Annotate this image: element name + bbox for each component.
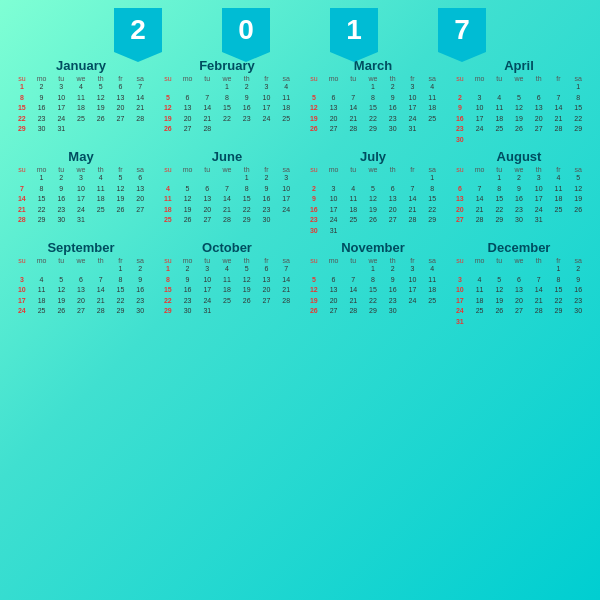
month-block: Februarysumotuwethfrsa...123456789101112… xyxy=(158,58,296,145)
cal-day: 19 xyxy=(304,296,324,307)
cal-day: 27 xyxy=(509,306,529,317)
day-header: fr xyxy=(111,166,131,173)
cal-day: 2 xyxy=(237,82,257,93)
cal-day: 25 xyxy=(470,306,490,317)
cal-day: 3 xyxy=(276,173,296,184)
day-header: we xyxy=(71,166,91,173)
cal-day: 4 xyxy=(276,82,296,93)
day-header: mo xyxy=(32,166,52,173)
day-header: th xyxy=(91,75,111,82)
day-header: tu xyxy=(343,166,363,173)
cal-day: 28 xyxy=(217,215,237,226)
day-header: sa xyxy=(422,257,442,264)
cal-day: 7 xyxy=(403,184,423,195)
cal-day: 20 xyxy=(383,205,403,216)
cal-day: 13 xyxy=(509,285,529,296)
cal-day: 2 xyxy=(568,264,588,275)
cal-day: 9 xyxy=(130,275,150,286)
cal-day: 26 xyxy=(178,215,198,226)
cal-day-empty: . xyxy=(324,264,344,275)
cal-day: 30 xyxy=(130,306,150,317)
cal-day: 29 xyxy=(32,215,52,226)
cal-day: 19 xyxy=(568,194,588,205)
cal-day: 9 xyxy=(568,275,588,286)
day-header: th xyxy=(237,75,257,82)
cal-day: 19 xyxy=(363,205,383,216)
day-header: su xyxy=(12,75,32,82)
cal-day: 3 xyxy=(197,264,217,275)
day-header: sa xyxy=(422,75,442,82)
cal-day: 16 xyxy=(383,103,403,114)
day-header: sa xyxy=(276,257,296,264)
cal-day: 20 xyxy=(257,285,277,296)
cal-day: 15 xyxy=(32,194,52,205)
cal-day-empty: . xyxy=(197,173,217,184)
cal-day: 22 xyxy=(363,114,383,125)
cal-day: 18 xyxy=(276,103,296,114)
day-header: sa xyxy=(130,257,150,264)
cal-day: 22 xyxy=(422,205,442,216)
cal-day: 17 xyxy=(257,103,277,114)
cal-day: 20 xyxy=(111,103,131,114)
cal-day: 6 xyxy=(383,184,403,195)
cal-day: 19 xyxy=(158,114,178,125)
cal-day: 22 xyxy=(549,296,569,307)
year-digit: 0 xyxy=(222,8,270,52)
cal-day: 10 xyxy=(403,93,423,104)
cal-day: 12 xyxy=(91,93,111,104)
cal-day: 29 xyxy=(237,215,257,226)
cal-day: 26 xyxy=(237,296,257,307)
cal-day: 12 xyxy=(304,285,324,296)
cal-day: 5 xyxy=(111,173,131,184)
cal-day-empty: . xyxy=(509,264,529,275)
cal-day-empty: . xyxy=(32,264,52,275)
cal-day: 29 xyxy=(568,124,588,135)
cal-day: 30 xyxy=(450,135,470,146)
cal-day: 26 xyxy=(111,205,131,216)
day-header: sa xyxy=(568,257,588,264)
cal-day: 18 xyxy=(217,285,237,296)
cal-day: 20 xyxy=(529,114,549,125)
cal-day: 12 xyxy=(158,103,178,114)
cal-day: 31 xyxy=(450,317,470,328)
day-header: th xyxy=(237,166,257,173)
day-header: tu xyxy=(51,75,71,82)
cal-day: 13 xyxy=(197,194,217,205)
cal-day: 2 xyxy=(130,264,150,275)
cal-day: 14 xyxy=(91,285,111,296)
year-digit: 7 xyxy=(438,8,486,52)
cal-day: 1 xyxy=(422,173,442,184)
cal-day: 31 xyxy=(403,124,423,135)
cal-day: 23 xyxy=(383,114,403,125)
cal-day: 14 xyxy=(403,194,423,205)
day-header: tu xyxy=(489,166,509,173)
cal-day: 26 xyxy=(158,124,178,135)
cal-day: 9 xyxy=(509,184,529,195)
cal-day: 7 xyxy=(91,275,111,286)
cal-day: 5 xyxy=(489,275,509,286)
cal-day: 27 xyxy=(71,306,91,317)
cal-day: 8 xyxy=(568,93,588,104)
cal-day: 11 xyxy=(422,275,442,286)
cal-day: 24 xyxy=(324,215,344,226)
day-header: tu xyxy=(197,75,217,82)
day-header: fr xyxy=(111,75,131,82)
cal-day: 13 xyxy=(130,184,150,195)
cal-day: 2 xyxy=(32,82,52,93)
cal-day: 3 xyxy=(12,275,32,286)
cal-day: 26 xyxy=(91,114,111,125)
cal-day: 21 xyxy=(12,205,32,216)
cal-day: 18 xyxy=(489,114,509,125)
cal-day: 23 xyxy=(509,205,529,216)
cal-day: 19 xyxy=(237,285,257,296)
cal-day: 12 xyxy=(568,184,588,195)
cal-day: 6 xyxy=(130,173,150,184)
cal-day: 2 xyxy=(304,184,324,195)
day-header: th xyxy=(383,75,403,82)
cal-day: 3 xyxy=(403,264,423,275)
day-header: sa xyxy=(130,166,150,173)
cal-day: 29 xyxy=(489,215,509,226)
cal-day: 31 xyxy=(197,306,217,317)
month-block: Decembersumotuwethfrsa.....1234567891011… xyxy=(450,240,588,327)
day-header: we xyxy=(71,257,91,264)
